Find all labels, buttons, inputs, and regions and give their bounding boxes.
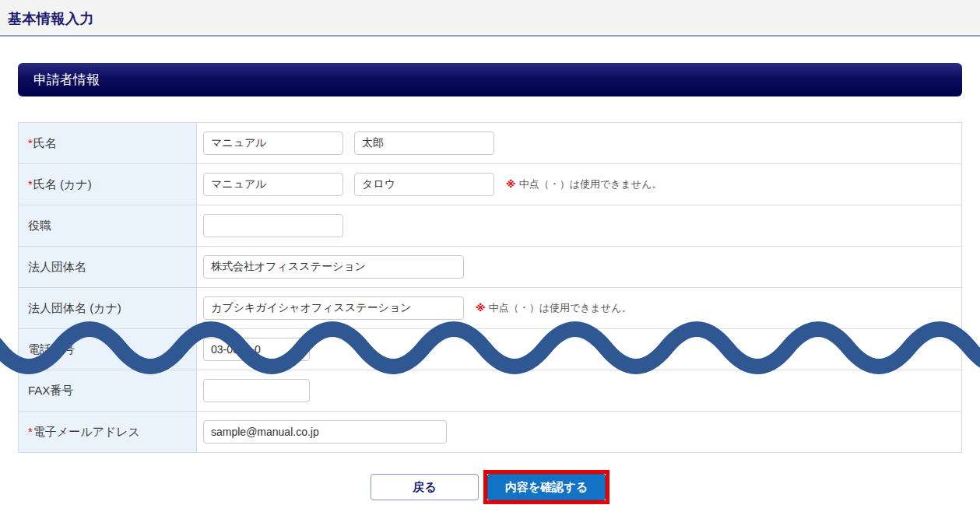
page-title: 基本情報入力	[8, 9, 972, 28]
field-label-cell: 法人団体名 (カナ)	[19, 288, 197, 329]
form-row: *電子メールアドレス	[19, 412, 962, 453]
validation-note: ※中点（・）は使用できません。	[506, 178, 662, 190]
required-asterisk: *	[28, 177, 33, 191]
note-marker: ※	[476, 302, 486, 314]
red-highlight-annotation: 内容を確認する	[483, 470, 609, 504]
form-row: 電話番号	[19, 329, 962, 370]
field-value-cell	[197, 370, 962, 412]
field-value-cell	[197, 247, 962, 288]
field-value-cell	[197, 329, 962, 370]
confirm-button[interactable]: 内容を確認する	[487, 474, 606, 500]
validation-note: ※中点（・）は使用できません。	[476, 302, 631, 314]
form-row: 法人団体名	[19, 247, 962, 288]
required-asterisk: *	[28, 136, 33, 149]
note-marker: ※	[506, 178, 516, 190]
required-asterisk: *	[28, 425, 33, 438]
last-name-input[interactable]	[203, 132, 343, 155]
field-value-cell	[197, 412, 962, 453]
field-label-cell: 電話番号	[19, 329, 197, 370]
first-name-input[interactable]	[354, 132, 494, 155]
first-name-kana-input[interactable]	[354, 173, 494, 196]
position-input[interactable]	[203, 214, 343, 237]
page-header: 基本情報入力	[0, 0, 980, 37]
form-row: *氏名 (カナ) ※中点（・）は使用できません。	[19, 164, 962, 205]
back-button[interactable]: 戻る	[371, 474, 479, 500]
email-input[interactable]	[203, 420, 447, 444]
field-label: 氏名	[33, 136, 57, 149]
form-row: 法人団体名 (カナ) ※中点（・）は使用できません。	[19, 288, 962, 329]
form-row: FAX番号	[19, 370, 962, 412]
field-label-cell: *電子メールアドレス	[19, 412, 197, 453]
field-label: 役職	[28, 219, 51, 232]
fax-number-input[interactable]	[203, 379, 310, 402]
applicant-info-table: *氏名 *氏名 (カナ) ※中点（・）は使用できません。 役職 法人団体名 法人…	[18, 122, 962, 453]
field-label-cell: *氏名 (カナ)	[19, 164, 197, 205]
form-row: *氏名	[19, 123, 962, 164]
phone-number-input[interactable]	[203, 338, 310, 361]
section-header-applicant-info: 申請者情報	[18, 63, 962, 96]
corporate-name-input[interactable]	[203, 255, 464, 279]
field-value-cell	[197, 123, 962, 164]
field-label-cell: *氏名	[19, 123, 197, 164]
section-title: 申請者情報	[33, 71, 100, 89]
field-label: 法人団体名	[28, 260, 86, 273]
field-label: 法人団体名 (カナ)	[28, 301, 121, 314]
field-value-cell: ※中点（・）は使用できません。	[197, 164, 962, 205]
corporate-name-kana-input[interactable]	[203, 296, 464, 320]
field-label: FAX番号	[28, 384, 73, 397]
field-label-cell: 法人団体名	[19, 247, 197, 288]
field-label-cell: 役職	[19, 205, 197, 247]
field-label: 氏名 (カナ)	[33, 177, 92, 191]
field-label-cell: FAX番号	[19, 370, 197, 412]
form-row: 役職	[19, 205, 962, 247]
page: 基本情報入力 申請者情報 *氏名 *氏名 (カナ) ※中点（・）は使用できません…	[0, 0, 980, 512]
field-value-cell: ※中点（・）は使用できません。	[197, 288, 962, 329]
field-label: 電子メールアドレス	[33, 425, 140, 438]
main-content: 申請者情報 *氏名 *氏名 (カナ) ※中点（・）は使用できません。 役職 法人…	[0, 63, 980, 504]
field-label: 電話番号	[28, 342, 75, 356]
last-name-kana-input[interactable]	[203, 173, 343, 196]
action-buttons: 戻る 内容を確認する	[18, 470, 962, 504]
field-value-cell	[197, 205, 962, 247]
